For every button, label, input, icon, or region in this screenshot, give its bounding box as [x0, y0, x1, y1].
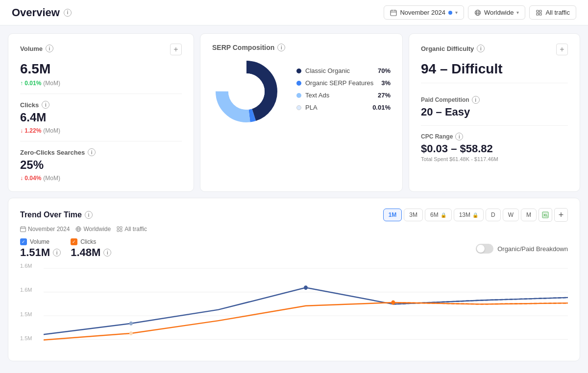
- clicks-line-solid: [44, 303, 568, 340]
- donut-chart: [212, 57, 281, 126]
- chart-area: 1.6M 1.6M 1.5M 1.5M: [20, 263, 568, 351]
- excel-export-btn[interactable]: XL: [539, 208, 552, 222]
- page-title: Overview i: [12, 6, 376, 19]
- location-chevron: ▾: [516, 10, 519, 15]
- breakdown-toggle-section: Organic/Paid Breakdown: [476, 244, 568, 254]
- svg-rect-19: [21, 227, 26, 232]
- title-text: Overview: [12, 6, 60, 19]
- clicks-info-icon[interactable]: i: [42, 101, 49, 109]
- serp-title: SERP Composition i: [212, 44, 391, 51]
- legend-pct-serp: 3%: [381, 79, 391, 87]
- volume-peak-dot: [304, 285, 308, 290]
- svg-text:XL: XL: [543, 213, 548, 217]
- legend-label-serp: Organic SERP Features: [305, 79, 377, 87]
- trend-volume-info[interactable]: i: [53, 249, 61, 256]
- trend-add-btn[interactable]: +: [554, 208, 568, 222]
- zero-clicks-change-pct: ↓ 0.04%: [20, 175, 41, 182]
- volume-card: Volume i + 6.5M ↑ 0.01% (MoM) Clicks i 6…: [8, 33, 194, 192]
- globe-icon: [474, 9, 481, 16]
- legend-text-ads: Text Ads 27%: [296, 92, 391, 99]
- organic-card: Organic Difficulty i + 94 – Difficult Pa…: [409, 33, 580, 192]
- trend-title: Trend Over Time i: [20, 210, 93, 219]
- legend-pct-pla: 0.01%: [372, 104, 391, 111]
- paid-comp-info-icon[interactable]: i: [472, 96, 480, 104]
- time-btn-d[interactable]: D: [486, 209, 501, 221]
- chart-svg-wrap: [44, 263, 568, 351]
- svg-point-23: [76, 227, 81, 232]
- chart-y-labels: 1.6M 1.6M 1.5M 1.5M: [20, 263, 42, 341]
- time-btn-1m[interactable]: 1M: [383, 209, 402, 221]
- breakdown-toggle[interactable]: [476, 244, 493, 254]
- clicks-change: ↓ 1.22% (MoM): [20, 126, 182, 134]
- cpc-info-icon[interactable]: i: [455, 133, 463, 140]
- trend-card: Trend Over Time i 1M 3M 6M 🔒 13M 🔒 D W M…: [8, 198, 580, 361]
- trend-globe-icon: [75, 226, 81, 232]
- volume-title: Volume i: [20, 45, 53, 52]
- metric-chips: ✓ Volume 1.51M i ✓ Clicks: [20, 238, 111, 259]
- volume-info-icon[interactable]: i: [46, 45, 53, 52]
- traffic-picker[interactable]: All traffic: [529, 5, 576, 20]
- chart-controls-row: ✓ Volume 1.51M i ✓ Clicks: [20, 238, 568, 259]
- trend-meta-traffic: All traffic: [117, 226, 147, 233]
- date-picker[interactable]: November 2024 ▾: [384, 5, 464, 20]
- legend-dot-classic: [296, 69, 301, 73]
- volume-change: ↑ 0.01% (MoM): [20, 79, 182, 87]
- volume-line-solid: [44, 288, 568, 335]
- cards-row: Volume i + 6.5M ↑ 0.01% (MoM) Clicks i 6…: [8, 33, 580, 192]
- volume-checkbox[interactable]: ✓: [20, 238, 27, 245]
- svg-rect-28: [120, 227, 122, 229]
- time-btn-6m[interactable]: 6M 🔒: [425, 209, 452, 221]
- lock-13m: 🔒: [472, 212, 478, 218]
- organic-diff-info-icon[interactable]: i: [477, 45, 485, 52]
- trend-meta-date: November 2024: [20, 226, 70, 233]
- time-btn-13m[interactable]: 13M 🔒: [454, 209, 484, 221]
- serp-info-icon[interactable]: i: [277, 44, 285, 51]
- trend-header: Trend Over Time i 1M 3M 6M 🔒 13M 🔒 D W M…: [20, 208, 568, 222]
- volume-chip-label: ✓ Volume: [20, 238, 61, 245]
- breakdown-label: Organic/Paid Breakdown: [497, 245, 568, 253]
- legend-label-pla: PLA: [305, 104, 368, 111]
- location-picker[interactable]: Worldwide ▾: [468, 5, 525, 20]
- time-btn-m[interactable]: M: [521, 209, 537, 221]
- calendar-icon: [390, 9, 397, 16]
- trend-clicks-info[interactable]: i: [103, 249, 111, 256]
- clicks-chip-label: ✓ Clicks: [71, 238, 111, 245]
- cpc-range-title: CPC Range i: [421, 133, 568, 140]
- main-content: Volume i + 6.5M ↑ 0.01% (MoM) Clicks i 6…: [0, 25, 588, 369]
- zero-clicks-info-icon[interactable]: i: [88, 148, 96, 156]
- paid-competition-section: Paid Competition i 20 – Easy: [421, 89, 568, 126]
- date-label: November 2024: [400, 9, 445, 16]
- volume-mid-dot: [129, 322, 133, 326]
- volume-add-btn[interactable]: +: [170, 44, 182, 55]
- svg-point-24: [77, 227, 79, 232]
- location-label: Worldwide: [484, 9, 514, 16]
- serp-legend: Classic Organic 70% Organic SERP Feature…: [296, 67, 391, 116]
- zero-clicks-value: 25%: [20, 158, 182, 172]
- volume-change-suffix: (MoM): [43, 80, 60, 87]
- svg-rect-0: [391, 10, 396, 16]
- volume-change-pct: ↑ 0.01%: [20, 80, 41, 87]
- clicks-value: 6.4M: [20, 111, 182, 124]
- legend-dot-text-ads: [296, 93, 301, 98]
- time-btn-3m[interactable]: 3M: [404, 209, 423, 221]
- paid-competition-value: 20 – Easy: [421, 106, 568, 118]
- trend-info-icon[interactable]: i: [85, 211, 93, 219]
- clicks-title: Clicks i: [20, 101, 182, 109]
- clicks-change-suffix: (MoM): [43, 127, 60, 134]
- time-btn-w[interactable]: W: [503, 209, 519, 221]
- volume-value: 6.5M: [20, 61, 182, 77]
- volume-chip: ✓ Volume 1.51M i: [20, 238, 61, 259]
- organic-difficulty-title: Organic Difficulty i: [421, 45, 485, 52]
- serp-card: SERP Composition i: [200, 33, 403, 192]
- excel-icon: XL: [542, 211, 549, 218]
- date-chevron: ▾: [455, 10, 458, 15]
- organic-add-btn[interactable]: +: [556, 44, 568, 55]
- cpc-range-value: $0.03 – $58.82: [421, 142, 568, 155]
- title-info-icon[interactable]: i: [64, 9, 72, 17]
- donut-svg: [212, 57, 281, 126]
- svg-rect-30: [120, 230, 122, 232]
- volume-chip-value: 1.51M i: [20, 246, 61, 259]
- clicks-checkbox[interactable]: ✓: [71, 238, 77, 245]
- trend-meta-traffic-label: All traffic: [124, 226, 147, 233]
- legend-pct-classic: 70%: [378, 67, 391, 74]
